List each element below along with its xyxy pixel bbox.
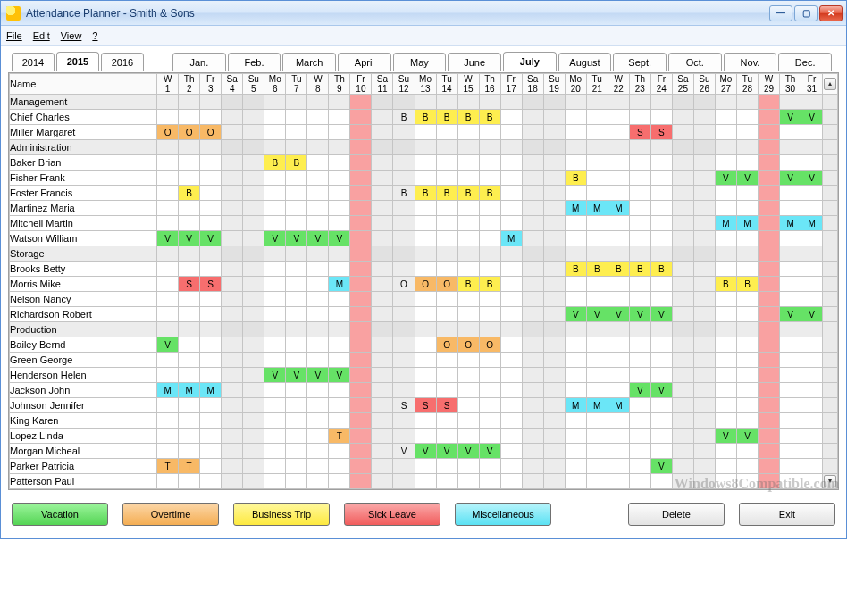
day-cell[interactable] [436, 459, 457, 474]
day-cell[interactable]: V [608, 307, 629, 322]
day-cell[interactable] [457, 413, 479, 429]
day-cell[interactable] [457, 155, 479, 171]
day-cell[interactable] [479, 383, 500, 398]
row-name[interactable]: Lopez Linda [10, 429, 157, 444]
day-cell[interactable] [586, 337, 608, 353]
day-cell[interactable] [780, 201, 801, 216]
row-name[interactable]: Watson William [10, 231, 157, 246]
day-cell[interactable] [329, 444, 350, 459]
day-cell[interactable] [179, 353, 200, 368]
day-cell[interactable] [415, 353, 436, 368]
day-cell[interactable] [222, 186, 243, 201]
day-cell[interactable] [693, 171, 715, 186]
day-cell[interactable] [543, 231, 565, 246]
day-cell[interactable] [608, 353, 629, 368]
day-cell[interactable] [329, 459, 350, 474]
day-cell[interactable] [393, 383, 415, 398]
day-cell[interactable] [243, 216, 264, 231]
day-cell[interactable] [457, 216, 479, 231]
month-tab-june[interactable]: June [448, 53, 501, 71]
delete-button[interactable]: Delete [628, 503, 725, 526]
day-cell[interactable] [608, 292, 629, 307]
day-cell[interactable] [522, 353, 543, 368]
day-cell[interactable] [393, 474, 415, 489]
day-cell[interactable] [543, 413, 565, 429]
scrollbar-track[interactable] [823, 216, 838, 231]
day-cell[interactable] [672, 398, 693, 413]
day-cell[interactable]: M [329, 277, 350, 292]
day-cell[interactable] [801, 262, 823, 277]
day-cell[interactable] [629, 186, 650, 201]
day-cell[interactable] [350, 201, 372, 216]
day-cell[interactable] [780, 383, 801, 398]
day-cell[interactable] [543, 429, 565, 444]
day-cell[interactable] [243, 201, 264, 216]
month-tab-august[interactable]: August [558, 53, 612, 71]
day-cell[interactable] [157, 429, 179, 444]
day-cell[interactable] [393, 413, 415, 429]
day-cell[interactable] [286, 337, 307, 353]
day-cell[interactable] [629, 429, 650, 444]
day-cell[interactable] [780, 155, 801, 171]
scrollbar-track[interactable] [823, 140, 838, 155]
minimize-button[interactable]: — [769, 5, 792, 21]
day-cell[interactable] [522, 459, 543, 474]
day-cell[interactable]: V [436, 444, 457, 459]
day-cell[interactable] [436, 201, 457, 216]
day-cell[interactable] [522, 155, 543, 171]
day-cell[interactable] [693, 383, 715, 398]
day-cell[interactable] [522, 398, 543, 413]
scrollbar-track[interactable] [823, 246, 838, 262]
row-name[interactable]: Morris Mike [10, 277, 157, 292]
scrollbar-track[interactable] [823, 231, 838, 246]
scrollbar-track[interactable] [823, 125, 838, 140]
day-cell[interactable] [522, 474, 543, 489]
day-cell[interactable] [307, 444, 329, 459]
day-cell[interactable] [179, 413, 200, 429]
day-cell[interactable] [350, 186, 372, 201]
day-cell[interactable] [222, 398, 243, 413]
day-cell[interactable] [415, 429, 436, 444]
day-cell[interactable] [608, 231, 629, 246]
day-cell[interactable] [436, 171, 457, 186]
day-cell[interactable] [200, 398, 222, 413]
day-cell[interactable] [736, 474, 758, 489]
day-cell[interactable] [759, 337, 780, 353]
day-cell[interactable] [672, 231, 693, 246]
day-cell[interactable] [543, 216, 565, 231]
row-name[interactable]: King Karen [10, 413, 157, 429]
day-cell[interactable] [179, 337, 200, 353]
day-cell[interactable] [200, 307, 222, 322]
day-cell[interactable] [457, 125, 479, 140]
scroll-up-icon[interactable]: ▴ [824, 78, 836, 90]
day-cell[interactable] [329, 292, 350, 307]
row-name[interactable]: Miller Margaret [10, 125, 157, 140]
day-cell[interactable] [759, 292, 780, 307]
day-cell[interactable]: V [629, 383, 650, 398]
day-cell[interactable] [693, 429, 715, 444]
day-cell[interactable] [565, 155, 586, 171]
day-cell[interactable] [693, 231, 715, 246]
day-cell[interactable] [608, 125, 629, 140]
day-cell[interactable]: M [500, 231, 522, 246]
day-cell[interactable] [329, 110, 350, 125]
day-cell[interactable] [329, 186, 350, 201]
day-cell[interactable] [500, 474, 522, 489]
day-cell[interactable] [179, 368, 200, 383]
day-cell[interactable] [350, 155, 372, 171]
day-cell[interactable] [586, 368, 608, 383]
day-cell[interactable] [650, 413, 672, 429]
day-cell[interactable] [715, 155, 736, 171]
row-name[interactable]: Administration [10, 140, 157, 155]
day-cell[interactable] [715, 337, 736, 353]
row-name[interactable]: Chief Charles [10, 110, 157, 125]
day-cell[interactable] [222, 292, 243, 307]
day-cell[interactable] [629, 231, 650, 246]
day-cell[interactable] [522, 413, 543, 429]
day-cell[interactable] [736, 231, 758, 246]
day-cell[interactable] [286, 110, 307, 125]
day-cell[interactable] [350, 171, 372, 186]
day-cell[interactable] [479, 125, 500, 140]
day-cell[interactable] [157, 398, 179, 413]
day-cell[interactable] [286, 262, 307, 277]
